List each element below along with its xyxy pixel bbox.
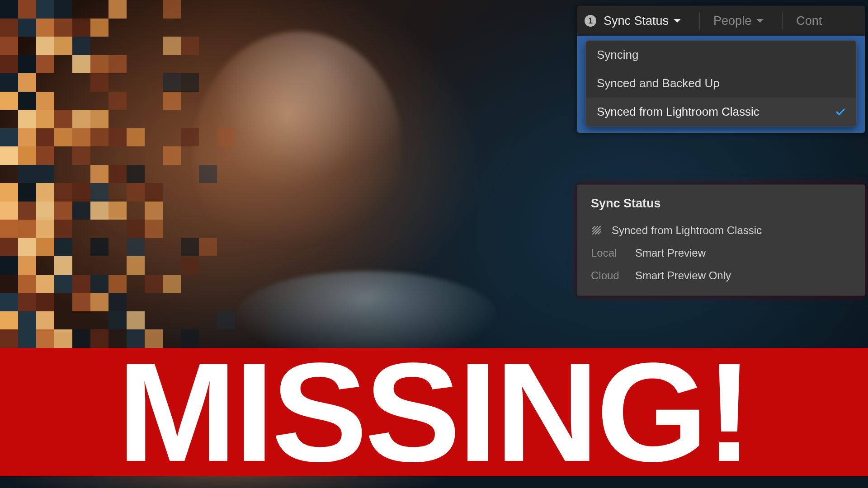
chevron-down-icon	[673, 18, 681, 23]
info-row-cloud: Cloud Smart Preview Only	[591, 269, 851, 282]
info-cloud-value: Smart Preview Only	[635, 269, 731, 282]
check-icon	[835, 108, 845, 116]
dropdown-item-syncing[interactable]: Syncing	[586, 41, 856, 69]
filter-bar-panel: 1 Sync Status People Cont Syncing Synced…	[577, 5, 865, 133]
info-cloud-label: Cloud	[591, 269, 626, 282]
pixelation-overlay	[0, 0, 253, 348]
filter-separator	[782, 12, 783, 30]
dropdown-item-label: Synced and Backed Up	[597, 76, 720, 90]
missing-banner: MISSING!	[0, 348, 868, 476]
filter-bar: 1 Sync Status People Cont	[577, 6, 865, 36]
contributed-filter-label: Cont	[796, 14, 822, 28]
dropdown-item-label: Synced from Lightroom Classic	[597, 105, 760, 119]
dropdown-item-label: Syncing	[597, 48, 639, 62]
dropdown-container: Syncing Synced and Backed Up Synced from…	[577, 36, 865, 133]
dropdown-item-synced-backed-up[interactable]: Synced and Backed Up	[586, 69, 856, 98]
info-status-value: Synced from Lightroom Classic	[612, 224, 762, 237]
chevron-down-icon	[756, 18, 764, 23]
sync-status-info-panel: Sync Status Synced from Lightroom Classi…	[577, 184, 865, 296]
info-panel-title: Sync Status	[591, 197, 851, 211]
active-filter-count-badge[interactable]: 1	[585, 15, 596, 27]
sync-status-filter[interactable]: Sync Status	[601, 11, 689, 31]
info-row-local: Local Smart Preview	[591, 247, 851, 259]
sync-status-filter-label: Sync Status	[604, 14, 669, 28]
sync-diagonal-lines-icon	[591, 225, 603, 236]
info-local-label: Local	[591, 247, 626, 259]
people-filter[interactable]: People	[711, 11, 771, 31]
info-row-status: Synced from Lightroom Classic	[591, 224, 851, 237]
people-filter-label: People	[713, 14, 751, 28]
filter-separator	[699, 12, 700, 30]
below-banner-strip	[0, 476, 868, 488]
info-local-value: Smart Preview	[635, 247, 706, 259]
contributed-filter[interactable]: Cont	[793, 11, 829, 31]
dropdown-item-synced-lr-classic[interactable]: Synced from Lightroom Classic	[586, 98, 856, 126]
missing-banner-text: MISSING!	[118, 342, 751, 483]
sync-status-dropdown: Syncing Synced and Backed Up Synced from…	[585, 40, 857, 127]
